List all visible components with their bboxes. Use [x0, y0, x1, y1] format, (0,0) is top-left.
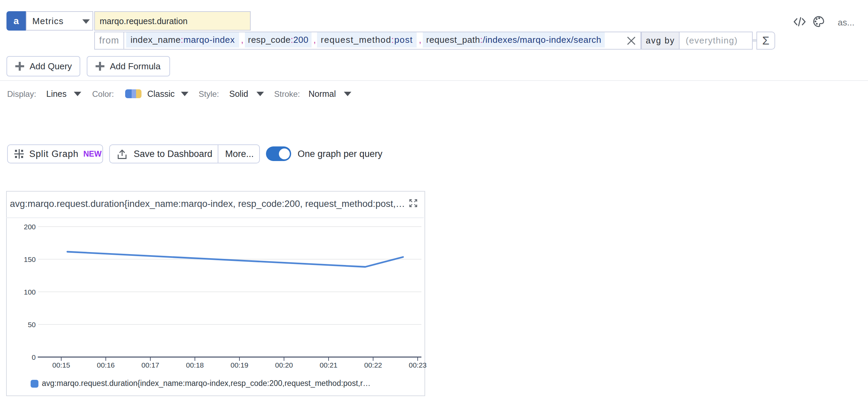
svg-text:00:22: 00:22 — [364, 361, 382, 369]
svg-text:00:20: 00:20 — [275, 361, 293, 369]
svg-text:00:17: 00:17 — [141, 361, 160, 369]
svg-text:100: 100 — [24, 288, 36, 296]
svg-text:00:21: 00:21 — [320, 361, 338, 369]
svg-text:00:23: 00:23 — [409, 361, 427, 369]
svg-text:200: 200 — [24, 223, 36, 231]
svg-text:150: 150 — [24, 255, 36, 263]
svg-text:0: 0 — [32, 353, 36, 361]
svg-text:00:18: 00:18 — [186, 361, 204, 369]
svg-text:50: 50 — [28, 321, 36, 329]
svg-text:00:19: 00:19 — [231, 361, 249, 369]
svg-text:00:15: 00:15 — [52, 361, 70, 369]
svg-text:00:16: 00:16 — [97, 361, 115, 369]
